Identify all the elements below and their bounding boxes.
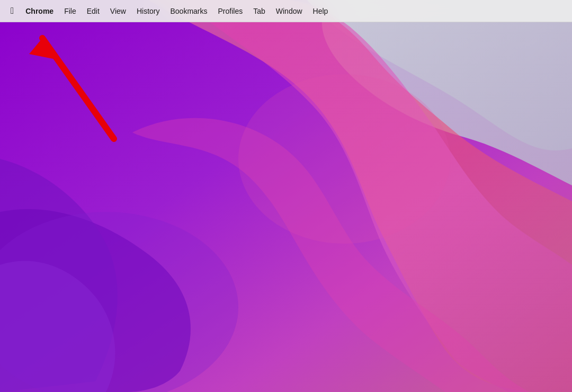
menu-item-bookmarks[interactable]: Bookmarks	[165, 4, 212, 18]
apple-menu[interactable]: 	[4, 4, 20, 18]
menu-item-tab[interactable]: Tab	[248, 4, 271, 18]
menu-item-file[interactable]: File	[59, 4, 82, 18]
desktop-background	[0, 0, 572, 392]
menu-item-view[interactable]: View	[105, 4, 131, 18]
menu-item-edit[interactable]: Edit	[82, 4, 105, 18]
menu-item-window[interactable]: Window	[271, 4, 308, 18]
menu-item-help[interactable]: Help	[308, 4, 334, 18]
menu-item-profiles[interactable]: Profiles	[213, 4, 248, 18]
svg-point-2	[238, 74, 450, 244]
menu-item-chrome[interactable]: Chrome	[20, 4, 59, 18]
menu-item-history[interactable]: History	[131, 4, 165, 18]
menu-bar:  Chrome File Edit View History Bookmark…	[0, 0, 572, 22]
